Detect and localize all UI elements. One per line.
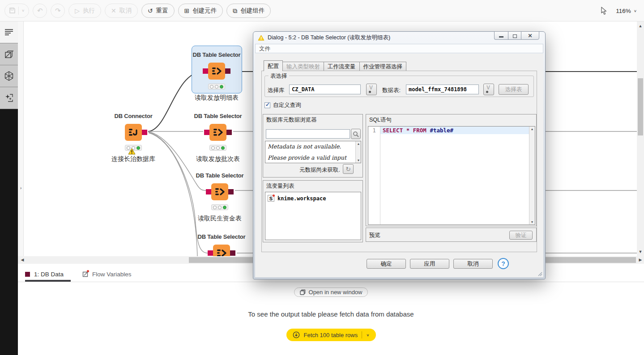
maximize-button[interactable] — [508, 31, 521, 40]
mini-scrollbar[interactable]: ▲ ▼ — [355, 141, 361, 163]
zoom-control[interactable]: 116% ∨ — [616, 8, 637, 14]
custom-query-label: 自定义查询 — [273, 101, 301, 109]
db-data-port-icon — [25, 272, 30, 277]
save-button[interactable]: ∨ — [4, 4, 29, 18]
save-icon — [9, 7, 16, 14]
cancel-execution-button[interactable]: ✕ 取消 — [105, 4, 138, 18]
input-port[interactable] — [206, 189, 211, 194]
create-component-button[interactable]: ⧉ 创建组件 — [226, 4, 271, 18]
flow-variable-item[interactable]: S knime.workspace — [268, 195, 326, 202]
tab-input-type-mapping: 输入类型映射 — [283, 62, 324, 71]
node-type-title: DB Table Selector — [183, 51, 250, 58]
tab-flow-variables[interactable]: Flow Variables — [82, 271, 132, 278]
output-port[interactable] — [228, 189, 234, 194]
preview-label: 预览 — [369, 232, 380, 239]
group-legend: 表选择 — [269, 72, 289, 80]
cancel-button[interactable]: 取消 — [453, 259, 493, 269]
create-metanode-button[interactable]: ⊞ 创建元件 — [178, 4, 223, 18]
metadata-search-button[interactable] — [351, 129, 361, 139]
menu-file[interactable]: 文件 — [256, 44, 274, 54]
refresh-metadata-button[interactable]: ↻ — [343, 164, 354, 174]
editor-scrollbar[interactable]: ▲ ▼ — [529, 127, 535, 224]
chevron-down-icon: ∨ — [634, 9, 637, 13]
sidebar-item-description[interactable] — [0, 21, 18, 43]
sql-editor[interactable]: 1 SELECT * FROM #table# ▲ ▼ — [368, 126, 535, 225]
tab-configuration[interactable]: 配置 — [264, 60, 283, 71]
flow-variables-icon — [82, 271, 88, 277]
flow-variable-list-panel: 流变量列表 S knime.workspace — [263, 180, 363, 242]
chevron-down-icon[interactable]: ∨ — [366, 333, 369, 337]
sidebar-item-node-repository[interactable] — [0, 43, 18, 65]
help-button[interactable]: ? — [498, 258, 509, 269]
fetch-rows-button[interactable]: Fetch 100 table rows ∨ — [286, 329, 375, 341]
output-port[interactable] — [225, 68, 230, 74]
scroll-right-arrow[interactable]: ▶ — [637, 256, 644, 264]
output-port[interactable] — [230, 250, 235, 256]
custom-query-checkbox[interactable]: 自定义查询 — [264, 101, 301, 109]
redo-button[interactable]: ↷ — [51, 4, 65, 18]
scroll-up-arrow[interactable]: ▲ — [637, 22, 644, 30]
input-port[interactable] — [203, 68, 208, 74]
cancel-label: 取消 — [119, 7, 132, 15]
table-name-input[interactable] — [406, 85, 479, 94]
schema-label: 选择库 — [268, 87, 285, 94]
sql-statement-title: SQL语句 — [369, 116, 392, 124]
table-flow-variable-button[interactable]: V — [483, 84, 494, 95]
output-port[interactable] — [142, 130, 147, 135]
divider — [18, 7, 19, 15]
tab-label: Flow Variables — [92, 271, 132, 278]
stop-icon: ✕ — [111, 8, 116, 14]
input-port[interactable] — [208, 250, 213, 256]
left-sidebar — [0, 21, 18, 355]
sparkle-ai-icon — [4, 93, 13, 102]
resize-grip[interactable] — [537, 271, 542, 276]
sidebar-item-hub[interactable] — [0, 65, 18, 87]
execute-button[interactable]: ▷ 执行 — [68, 4, 101, 18]
flow-variable-icon: V — [486, 85, 490, 91]
close-button[interactable]: ✕ — [521, 31, 539, 40]
flow-variable-name: knime.workspace — [277, 195, 326, 202]
schema-flow-variable-button[interactable]: V — [366, 84, 377, 95]
dialog-titlebar[interactable]: Dialog - 5:2 - DB Table Selector (读取发放明细… — [258, 34, 390, 42]
metadata-message-box: Metadata is not available. Please provid… — [265, 141, 361, 163]
input-port[interactable] — [204, 130, 209, 135]
tab-flow-variables[interactable]: 工作流变量 — [324, 62, 360, 71]
vertical-scrollbar-thumb[interactable] — [638, 78, 643, 135]
output-port[interactable] — [226, 130, 232, 135]
node-type-title: DB Table Selector — [184, 113, 252, 119]
flow-variable-icon: V — [369, 85, 373, 91]
scroll-up-arrow[interactable]: ▲ — [529, 127, 535, 131]
scroll-down-arrow[interactable]: ▼ — [356, 159, 361, 162]
undo-button[interactable]: ↶ — [33, 4, 47, 18]
open-in-new-window-button[interactable]: Open in new window — [294, 287, 368, 297]
minimize-button[interactable] — [494, 31, 508, 40]
metadata-search-input[interactable] — [266, 129, 350, 139]
traffic-light-status — [211, 204, 228, 210]
create-component-label: 创建组件 — [240, 7, 264, 15]
scroll-down-arrow[interactable]: ▼ — [637, 248, 644, 255]
warning-icon — [128, 148, 136, 155]
scroll-down-arrow[interactable]: ▼ — [529, 220, 535, 224]
ok-button[interactable]: 确定 — [367, 259, 406, 269]
vertical-scrollbar[interactable]: ▲ ▼ — [637, 21, 644, 256]
apply-button[interactable]: 应用 — [410, 259, 449, 269]
tab-job-manager[interactable]: 作业管理器选择 — [360, 62, 407, 71]
hexagon-cube-icon — [4, 71, 13, 81]
tab-db-data[interactable]: 1: DB Data — [25, 271, 64, 278]
fetch-rows-label: Fetch 100 table rows — [303, 332, 358, 338]
maximize-icon — [513, 34, 517, 38]
divider — [18, 282, 644, 282]
db-table-selector-icon — [209, 124, 226, 141]
select-table-button: 选择表 — [499, 84, 529, 95]
expand-panel-button[interactable]: › — [18, 184, 23, 191]
tab-label: 1: DB Data — [34, 271, 64, 278]
scroll-up-arrow[interactable]: ▲ — [356, 142, 361, 145]
sidebar-item-ai-assistant[interactable] — [0, 87, 18, 109]
chevron-down-icon: ∨ — [21, 8, 25, 13]
schema-input[interactable] — [289, 85, 361, 94]
warning-triangle-icon — [258, 35, 264, 41]
reset-button[interactable]: ↺ 重置 — [141, 4, 175, 18]
scroll-left-arrow[interactable]: ◀ — [19, 256, 26, 264]
metadata-browser-panel: 数据库元数据浏览器 Metadata is not available. Ple… — [263, 114, 363, 178]
db-table-selector-icon — [213, 245, 230, 256]
